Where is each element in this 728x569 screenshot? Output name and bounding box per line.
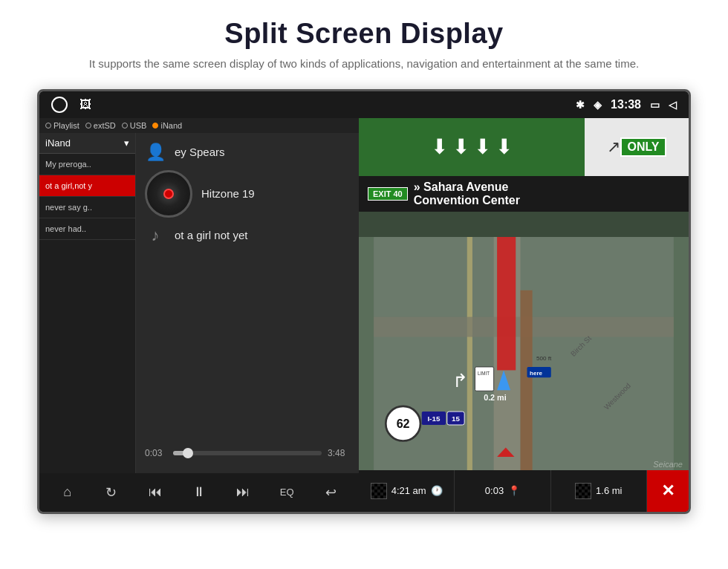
svg-text:500 ft: 500 ft	[536, 354, 552, 361]
nav-bottom-bar: 4:21 am 🕐 0:03 📍 1.6 mi ✕	[359, 470, 689, 512]
only-badge: ONLY	[620, 137, 667, 157]
svg-text:⑂: ⑂	[477, 373, 486, 389]
nav-panel: ⬇ ⬇ ⬇ ⬇ ↗ ONLY EXIT 40 » Sahara AvenueCo…	[359, 118, 689, 512]
exit-destination: » Sahara AvenueConvention Center	[414, 181, 520, 207]
pause-button[interactable]: ⏸	[187, 484, 211, 500]
circle-icon	[51, 97, 68, 113]
player-area: 👤 ey Spears Hitzone 19 ♪	[136, 133, 359, 473]
highway-green-section: ⬇ ⬇ ⬇ ⬇	[359, 118, 585, 176]
vinyl-disc	[145, 170, 192, 218]
extsd-label: extSD	[94, 121, 116, 130]
controls-bar: ⌂ ↻ ⏮ ⏸ ⏭ EQ ↩	[39, 473, 359, 512]
map-roads: Birch St Westwood here 500 ft 0.2 mi LIM…	[359, 237, 689, 470]
playlist-item-3[interactable]: never say g..	[39, 197, 135, 218]
status-bar: 🖼 ✱ ◈ 13:38 ▭ ◁	[39, 91, 689, 118]
page-subtitle: It supports the same screen display of t…	[0, 56, 728, 73]
playlist-source-label: iNand	[45, 137, 71, 149]
device-frame: 🖼 ✱ ◈ 13:38 ▭ ◁ Playlist extSD	[37, 89, 691, 514]
status-time: 13:38	[611, 98, 641, 111]
highway-white-section: ↗ ONLY	[585, 118, 689, 176]
vinyl-center	[163, 189, 174, 199]
music-panel: Playlist extSD USB iNand	[39, 118, 359, 512]
playlist-item-2[interactable]: ot a girl,not y	[39, 175, 135, 197]
exit-sign-bar: EXIT 40 » Sahara AvenueConvention Center	[359, 176, 689, 212]
playlist-sidebar: iNand ▾ My preroga.. ot a girl,not y nev…	[39, 133, 136, 473]
prev-button[interactable]: ⏮	[143, 484, 167, 500]
close-button[interactable]: ✕	[647, 470, 689, 512]
progress-section[interactable]: 0:03 3:48	[145, 442, 350, 464]
artist-row: 👤 ey Spears	[145, 142, 350, 163]
watermark: Seicane	[653, 460, 683, 469]
time-current: 0:03	[145, 448, 167, 458]
usb-radio	[122, 123, 128, 129]
extsd-tab[interactable]: extSD	[85, 121, 116, 130]
checkered-flag-start	[371, 483, 387, 499]
playlist-item-1[interactable]: My preroga..	[39, 154, 135, 175]
next-button[interactable]: ⏭	[231, 484, 255, 500]
inand-radio	[152, 123, 158, 129]
status-left: 🖼	[51, 97, 91, 113]
highway-sign: ⬇ ⬇ ⬇ ⬇ ↗ ONLY	[359, 118, 689, 176]
arrow-down-1: ⬇	[431, 134, 448, 159]
image-icon: 🖼	[79, 98, 91, 111]
dropdown-icon: ▾	[124, 137, 129, 149]
svg-text:15: 15	[452, 414, 460, 422]
arrow-down-4: ⬇	[495, 134, 513, 159]
title-row: ♪ ot a girl not yet	[145, 225, 350, 246]
arrival-time: 4:21 am	[391, 485, 426, 496]
back-button[interactable]: ↩	[319, 484, 342, 501]
playlist-radio	[45, 123, 51, 129]
location-icon: ◈	[594, 99, 602, 111]
arrow-down-2: ⬇	[452, 134, 469, 159]
page-title: Split Screen Display	[0, 18, 728, 50]
person-icon: 👤	[145, 142, 166, 163]
remaining-section: 1.6 mi	[551, 470, 647, 512]
page-header: Split Screen Display It supports the sam…	[0, 0, 728, 82]
svg-text:I-15: I-15	[427, 414, 441, 422]
extsd-radio	[85, 123, 91, 129]
playlist-tab[interactable]: Playlist	[45, 121, 79, 130]
svg-rect-2	[467, 237, 472, 470]
usb-tab[interactable]: USB	[122, 121, 147, 130]
album-row: Hitzone 19	[145, 170, 350, 218]
track-title: ot a girl not yet	[175, 229, 247, 241]
playlist-item-4[interactable]: never had..	[39, 218, 135, 240]
artist-name: ey Spears	[175, 146, 225, 158]
back-arrow-icon: ◁	[669, 99, 677, 111]
progress-bar[interactable]	[173, 451, 322, 455]
arrow-up-right-icon: ↗	[607, 137, 620, 157]
home-button[interactable]: ⌂	[56, 484, 79, 500]
source-tabs: Playlist extSD USB iNand	[39, 118, 359, 133]
status-right: ✱ ◈ 13:38 ▭ ◁	[576, 98, 677, 111]
playlist-header[interactable]: iNand ▾	[39, 133, 135, 154]
bluetooth-icon: ✱	[576, 99, 585, 111]
inand-label: iNand	[160, 121, 182, 130]
exit-badge: EXIT 40	[368, 187, 408, 201]
svg-rect-4	[497, 237, 516, 370]
split-screen: Playlist extSD USB iNand	[39, 118, 689, 512]
repeat-button[interactable]: ↻	[100, 484, 123, 501]
usb-label: USB	[130, 121, 147, 130]
svg-text:0.2 mi: 0.2 mi	[484, 392, 506, 401]
elapsed-time: 0:03	[485, 485, 504, 496]
main-content: iNand ▾ My preroga.. ot a girl,not y nev…	[39, 133, 359, 473]
svg-rect-5	[521, 290, 533, 469]
inand-tab[interactable]: iNand	[152, 121, 182, 130]
music-note-icon: ♪	[145, 225, 166, 246]
destination-icon: 📍	[508, 485, 520, 496]
eq-button[interactable]: EQ	[275, 487, 299, 498]
album-name: Hitzone 19	[201, 187, 255, 200]
clock-icon: 🕐	[431, 485, 443, 496]
svg-text:here: here	[530, 369, 543, 376]
arrow-down-3: ⬇	[474, 134, 491, 159]
time-total: 3:48	[328, 448, 350, 458]
arrival-time-section: 4:21 am 🕐	[359, 470, 455, 512]
map-svg: Birch St Westwood here 500 ft 0.2 mi LIM…	[359, 237, 689, 470]
svg-text:↱: ↱	[452, 369, 468, 390]
svg-text:62: 62	[397, 417, 410, 430]
rectangle-icon: ▭	[650, 99, 660, 111]
checkered-flag-end	[575, 483, 591, 499]
progress-thumb	[183, 448, 193, 458]
playlist-label: Playlist	[53, 121, 79, 130]
track-info: 👤 ey Spears Hitzone 19 ♪	[145, 142, 350, 442]
